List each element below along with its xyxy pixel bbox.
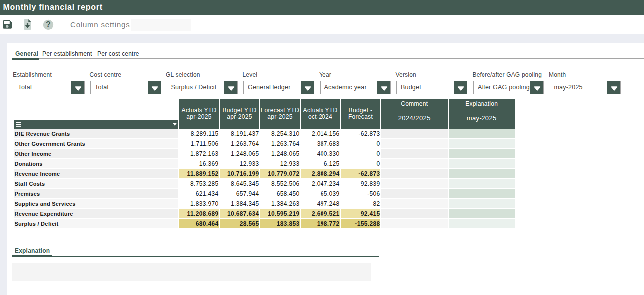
svg-text:?: ? <box>46 20 51 29</box>
